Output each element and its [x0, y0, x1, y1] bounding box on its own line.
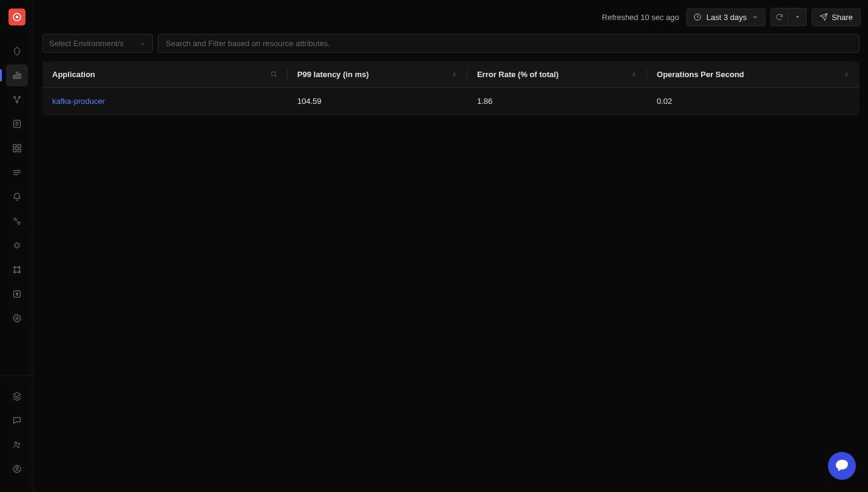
svg-point-13	[13, 267, 15, 268]
refresh-button[interactable]	[770, 8, 788, 26]
time-range-label: Last 3 days	[707, 13, 747, 22]
svg-point-20	[18, 443, 20, 445]
table-row[interactable]: kafka-producer 104.59 1.86 0.02	[42, 88, 860, 115]
svg-point-24	[271, 72, 276, 76]
clock-icon	[693, 13, 702, 21]
nav-services[interactable]	[6, 64, 28, 86]
nav-layers[interactable]	[6, 385, 28, 407]
cell-p99: 104.59	[288, 88, 467, 115]
chevron-down-icon	[751, 13, 759, 21]
cell-error-rate: 1.86	[467, 88, 647, 115]
nav-exceptions[interactable]	[6, 210, 28, 232]
refreshed-status: Refreshed 10 sec ago	[602, 13, 679, 22]
nav-traces[interactable]	[6, 89, 28, 111]
svg-point-4	[16, 101, 18, 103]
services-table-container: Application P99 latency (in ms)	[34, 61, 868, 115]
sort-icon[interactable]	[843, 71, 850, 78]
sidebar	[0, 0, 34, 492]
app-link[interactable]: kafka-producer	[52, 97, 105, 106]
nav-debug[interactable]	[6, 234, 28, 256]
svg-point-22	[16, 466, 18, 469]
app-logo[interactable]	[8, 9, 25, 26]
cell-ops: 0.02	[647, 88, 860, 115]
sort-icon[interactable]	[451, 71, 458, 78]
filter-bar: Select Environment/s	[34, 34, 868, 61]
search-filter-input[interactable]	[158, 34, 860, 53]
col-application-label: Application	[52, 70, 95, 79]
svg-rect-6	[13, 145, 16, 148]
nav-pipelines[interactable]	[6, 259, 28, 281]
col-error-rate-label: Error Rate (% of total)	[477, 70, 558, 79]
chevron-down-icon	[139, 40, 146, 47]
col-p99-label: P99 latency (in ms)	[297, 70, 369, 79]
nav-dashboards[interactable]	[6, 137, 28, 159]
svg-point-19	[15, 442, 17, 444]
svg-point-18	[16, 317, 18, 319]
send-icon	[819, 13, 828, 21]
svg-point-3	[18, 97, 20, 98]
svg-rect-7	[18, 145, 21, 148]
nav-getting-started[interactable]	[6, 40, 28, 62]
services-table: Application P99 latency (in ms)	[42, 61, 860, 115]
env-placeholder: Select Environment/s	[49, 39, 124, 48]
col-ops[interactable]: Operations Per Second	[647, 61, 860, 88]
nav-alerts[interactable]	[6, 186, 28, 208]
share-button[interactable]: Share	[812, 9, 861, 26]
col-p99[interactable]: P99 latency (in ms)	[288, 61, 467, 88]
col-application[interactable]: Application	[42, 61, 288, 88]
svg-point-12	[15, 244, 19, 248]
svg-point-16	[18, 272, 20, 273]
svg-point-14	[18, 267, 20, 268]
nav-logs[interactable]	[6, 113, 28, 135]
search-icon[interactable]	[270, 70, 278, 78]
nav-feedback[interactable]	[6, 409, 28, 431]
nav-profile[interactable]	[6, 458, 28, 480]
nav-messaging[interactable]	[6, 162, 28, 183]
col-error-rate[interactable]: Error Rate (% of total)	[467, 61, 647, 88]
share-label: Share	[832, 13, 853, 22]
svg-point-15	[13, 272, 15, 273]
help-chat-button[interactable]	[828, 452, 856, 480]
refresh-dropdown-button[interactable]	[788, 8, 807, 26]
svg-rect-8	[13, 149, 16, 152]
nav-team[interactable]	[6, 434, 28, 456]
svg-point-2	[13, 97, 15, 98]
svg-point-1	[15, 16, 18, 19]
svg-rect-9	[18, 149, 21, 152]
time-range-picker[interactable]: Last 3 days	[687, 9, 766, 26]
toolbar: Refreshed 10 sec ago Last 3 days Share	[34, 0, 868, 34]
main-content: Refreshed 10 sec ago Last 3 days Share	[34, 0, 868, 492]
environment-select[interactable]: Select Environment/s	[42, 34, 153, 53]
nav-settings[interactable]	[6, 307, 28, 329]
nav-billing[interactable]	[6, 283, 28, 305]
sort-icon[interactable]	[631, 71, 637, 78]
col-ops-label: Operations Per Second	[657, 70, 744, 79]
